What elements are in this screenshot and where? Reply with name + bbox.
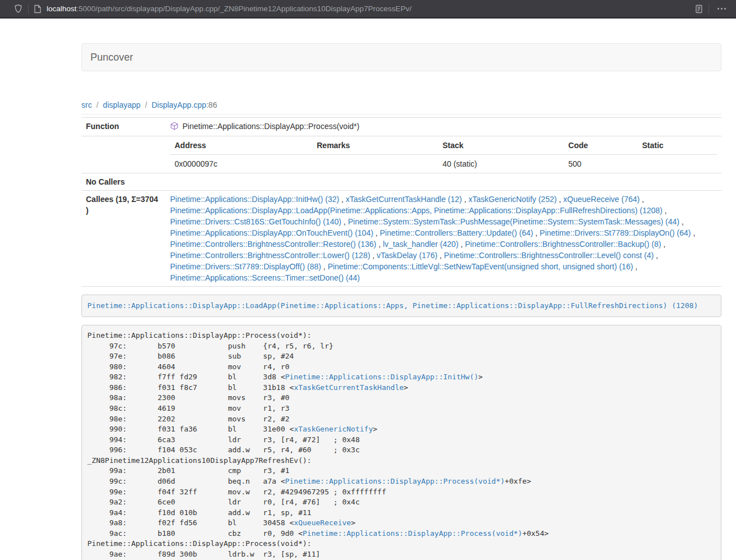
callee-separator: , xyxy=(339,195,346,204)
asm-line: 996: f104 053c add.w r5, r4, #60 ; 0x3c xyxy=(88,446,360,454)
callee-link[interactable]: xTaskGenericNotify (252) xyxy=(468,195,556,204)
callee-separator: , xyxy=(639,195,644,204)
callee-link[interactable]: Pinetime::Applications::DisplayApp::Load… xyxy=(170,206,662,215)
asm-line: 98a: 2300 movs r3, #0 xyxy=(88,393,290,402)
callee-separator: , xyxy=(662,206,667,215)
callee-separator: , xyxy=(459,240,465,249)
breadcrumb-separator: / xyxy=(92,100,103,109)
breadcrumb: src / displayapp / DisplayApp.cpp:86 xyxy=(81,101,721,109)
asm-line: 990: f031 fa36 bl 31e00 <xTaskGenericNot… xyxy=(88,425,378,433)
asm-symbol-link[interactable]: Pinetime::Applications::DisplayApp::Proc… xyxy=(303,529,522,538)
callee-link[interactable]: Pinetime::Drivers::St7789::DisplayOn() (… xyxy=(540,228,691,237)
callee-link[interactable]: Pinetime::Applications::DisplayApp::OnTo… xyxy=(170,228,373,237)
app-header: Puncover xyxy=(81,43,721,71)
asm-line: Pinetime::Applications::DisplayApp::Proc… xyxy=(88,539,312,548)
breadcrumb-link[interactable]: src xyxy=(81,100,92,109)
address-value: 0x0000097c xyxy=(170,155,312,173)
callee-separator: , xyxy=(462,195,469,204)
asm-symbol-link[interactable]: Pinetime::Applications::DisplayApp::Proc… xyxy=(285,477,505,485)
callee-link[interactable]: xQueueReceive (764) xyxy=(563,195,639,204)
callees-label: Callees (19, Σ=3704 ) xyxy=(81,191,166,287)
toolbar-divider xyxy=(708,4,709,14)
metrics-value-row: 0x0000097c 40 (static) 500 xyxy=(170,155,717,173)
breadcrumb-separator: / xyxy=(140,100,152,109)
url-host: localhost xyxy=(47,4,76,13)
remarks-value xyxy=(312,155,438,173)
breadcrumb-link[interactable]: displayapp xyxy=(103,100,140,109)
table-row: Function Pinetime::Applications::Display… xyxy=(81,118,721,136)
col-code: Code xyxy=(564,136,637,155)
callee-link[interactable]: Pinetime::Applications::DisplayApp::Init… xyxy=(170,195,339,204)
breadcrumb-link[interactable]: DisplayApp.cpp xyxy=(152,100,206,109)
asm-line: 994: 6ca3 ldr r3, [r4, #72] ; 0x48 xyxy=(88,435,360,444)
asm-line: 97c: b570 push {r4, r5, r6, lr} xyxy=(88,342,333,350)
callee-separator: , xyxy=(370,251,377,260)
browser-chrome: localhost:5000/path/src/displayapp/Displ… xyxy=(0,0,736,19)
callee-link[interactable]: xTaskGetCurrentTaskHandle (12) xyxy=(346,195,462,204)
callee-separator: , xyxy=(557,195,564,204)
assembly-code: Pinetime::Applications::DisplayApp::Proc… xyxy=(88,331,549,560)
callee-link[interactable]: Pinetime::Drivers::Cst816S::GetTouchInfo… xyxy=(170,217,341,226)
reader-mode-icon[interactable] xyxy=(694,4,703,13)
callee-separator: , xyxy=(321,262,328,271)
brand-link[interactable]: Puncover xyxy=(82,52,141,63)
loadapp-link[interactable]: Pinetime::Applications::DisplayApp::Load… xyxy=(88,301,698,310)
asm-line: 980: 4604 mov r4, r0 xyxy=(88,362,290,371)
asm-line: 98c: 4619 mov r1, r3 xyxy=(88,404,290,412)
table-row: Callees (19, Σ=3704 ) Pinetime::Applicat… xyxy=(81,191,721,287)
asm-line: 99e: f04f 32ff mov.w r2, #4294967295 ; 0… xyxy=(88,488,386,496)
col-remarks: Remarks xyxy=(312,136,438,155)
callee-separator: , xyxy=(633,262,638,271)
asm-line: 97e: b086 sub sp, #24 xyxy=(88,352,294,360)
divider xyxy=(81,114,721,114)
asm-line: _ZN8Pinetime12Applications10DisplayApp7R… xyxy=(88,456,312,465)
callee-link[interactable]: Pinetime::Drivers::St7789::DisplayOff() … xyxy=(170,262,321,271)
table-row: No Callers xyxy=(81,173,721,191)
page-icon[interactable] xyxy=(34,4,42,13)
asm-line: 9a2: 6ce0 ldr r0, [r4, #76] ; 0x4c xyxy=(88,498,360,506)
url-path: :5000/path/src/displayapp/DisplayApp.cpp… xyxy=(76,4,412,13)
overflow-menu-icon[interactable] xyxy=(714,8,729,10)
asm-line: Pinetime::Applications::DisplayApp::Proc… xyxy=(88,331,312,339)
asm-symbol-link[interactable]: xTaskGenericNotify xyxy=(294,425,373,433)
asm-symbol-link[interactable]: xQueueReceive xyxy=(294,518,351,527)
callee-link[interactable]: lv_task_handler (420) xyxy=(383,240,459,249)
col-static: Static xyxy=(638,136,717,155)
callee-link[interactable]: Pinetime::Controllers::Battery::Update()… xyxy=(380,228,533,237)
stack-value: 40 (static) xyxy=(438,155,564,173)
callee-link[interactable]: vTaskDelay (176) xyxy=(377,251,437,260)
url-bar[interactable]: localhost:5000/path/src/displayapp/Displ… xyxy=(47,4,688,13)
callee-link[interactable]: Pinetime::System::SystemTask::PushMessag… xyxy=(348,217,680,226)
callee-separator: , xyxy=(691,228,696,237)
callee-separator: , xyxy=(341,217,348,226)
callee-link[interactable]: Pinetime::Components::LittleVgl::SetNewT… xyxy=(328,262,633,271)
callee-separator: , xyxy=(533,228,540,237)
callee-link[interactable]: Pinetime::Controllers::BrightnessControl… xyxy=(465,240,661,249)
asm-line: 9ac: b180 cbz r0, 9d0 <Pinetime::Applica… xyxy=(88,529,549,538)
asm-symbol-link[interactable]: Pinetime::Applications::DisplayApp::Init… xyxy=(285,373,478,381)
callee-link[interactable]: Pinetime::Controllers::BrightnessControl… xyxy=(444,251,653,260)
callee-separator: , xyxy=(437,251,444,260)
shield-icon[interactable] xyxy=(13,4,23,13)
callee-link[interactable]: Pinetime::Controllers::BrightnessControl… xyxy=(170,251,370,260)
asm-line: 9a8: f02f fd56 bl 30458 <xQueueReceive> xyxy=(88,518,355,527)
code-value: 500 xyxy=(564,155,637,173)
callee-separator: , xyxy=(653,251,658,260)
metrics-header-row: Address Remarks Stack Code Static xyxy=(170,136,717,155)
asm-line: 982: f7ff fd29 bl 3d8 <Pinetime::Applica… xyxy=(88,373,483,381)
page-container: Puncover src / displayapp / DisplayApp.c… xyxy=(81,43,721,560)
symbol-cube-icon xyxy=(170,122,179,133)
asm-line: 986: f031 f8c7 bl 31b18 <xTaskGetCurrent… xyxy=(88,383,408,392)
callee-link[interactable]: Pinetime::Applications::Screens::Timer::… xyxy=(170,273,360,282)
asm-symbol-link[interactable]: xTaskGetCurrentTaskHandle xyxy=(294,383,404,392)
callee-separator: , xyxy=(679,217,684,226)
callee-link[interactable]: Pinetime::Controllers::BrightnessControl… xyxy=(170,240,376,249)
function-name: Pinetime::Applications::DisplayApp::Proc… xyxy=(182,122,359,131)
function-label: Function xyxy=(81,118,166,136)
callee-separator: , xyxy=(373,228,380,237)
asm-line: 9ae: f89d 300b ldrb.w r3, [sp, #11] xyxy=(88,550,321,558)
col-stack: Stack xyxy=(438,136,564,155)
metrics-table: Address Remarks Stack Code Static 0x0000… xyxy=(170,136,717,173)
function-table: Function Pinetime::Applications::Display… xyxy=(81,117,721,287)
static-value xyxy=(638,155,717,173)
